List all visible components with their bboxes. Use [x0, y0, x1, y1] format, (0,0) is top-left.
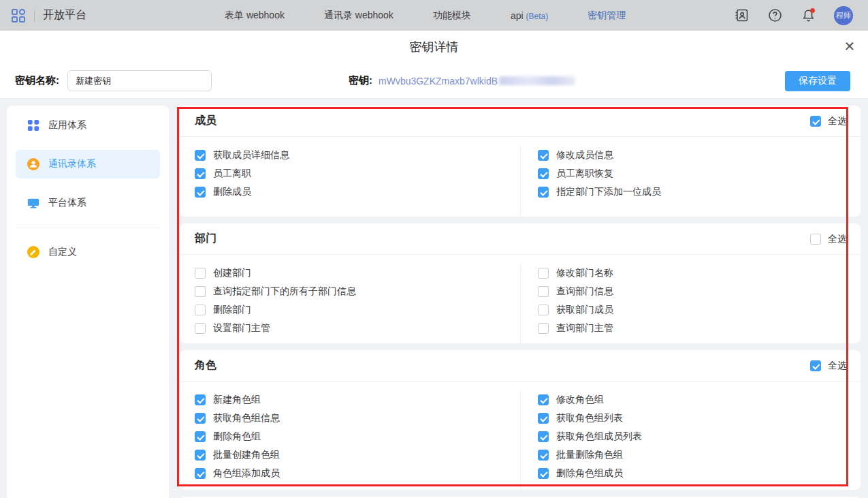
sidebar-item-label: 通讯录体系	[48, 158, 96, 170]
permission-checkbox[interactable]	[195, 323, 206, 334]
key-detail-modal: 密钥详情 ✕ 密钥名称: 密钥: mWvbu3GZKZmaxb7wlkidB 保…	[0, 31, 868, 498]
permission-checkbox[interactable]	[538, 150, 549, 161]
permission-checkbox[interactable]	[538, 268, 549, 279]
permission-item[interactable]: 新建角色组	[195, 390, 520, 409]
permission-item[interactable]: 角色组添加成员	[195, 464, 520, 482]
permission-checkbox[interactable]	[195, 187, 206, 198]
sidebar: 应用体系 通讯录体系	[7, 106, 169, 498]
permission-checkbox[interactable]	[195, 413, 206, 424]
select-all-checkbox[interactable]	[810, 116, 821, 127]
right-column: 修改成员信息 员工离职恢复 指定部门下添加一位成员	[521, 146, 861, 217]
permission-item[interactable]: 删除角色组成员	[538, 464, 861, 482]
permission-label: 获取成员详细信息	[213, 149, 289, 161]
sidebar-item-contacts-system[interactable]: 通讯录体系	[16, 150, 160, 178]
permission-item[interactable]: 删除角色组	[195, 427, 520, 446]
permission-checkbox[interactable]	[538, 323, 549, 334]
save-settings-button[interactable]: 保存设置	[785, 71, 850, 91]
key-value-redacted	[499, 76, 575, 85]
permission-item[interactable]: 修改部门名称	[538, 264, 861, 282]
notification-bell-icon[interactable]	[801, 8, 816, 23]
permission-item[interactable]: 创建部门	[195, 264, 520, 282]
section-body: 创建部门 查询指定部门下的所有子部门信息 删除部门 设置部门主管	[180, 255, 861, 343]
permission-label: 删除部门	[213, 304, 251, 316]
permission-label: 删除角色组成员	[556, 467, 623, 480]
nav-item-modules[interactable]: 功能模块	[433, 10, 471, 22]
permission-item[interactable]: 查询部门信息	[538, 282, 861, 300]
permission-panel: 成员 全选 获取成员详细信息 员工离职	[180, 106, 861, 498]
permission-checkbox[interactable]	[195, 268, 206, 279]
nav-item-form-webhook[interactable]: 表单 webhook	[225, 10, 285, 22]
permission-item[interactable]: 员工离职	[195, 164, 520, 183]
permission-item[interactable]: 查询部门主管	[538, 319, 861, 337]
permission-item[interactable]: 批量创建角色组	[195, 446, 520, 464]
platform-logo-group[interactable]: 开放平台	[0, 8, 86, 23]
permission-label: 角色组添加成员	[213, 467, 280, 480]
permission-item[interactable]: 获取角色组成员列表	[538, 427, 861, 446]
key-form-row: 密钥名称: 密钥: mWvbu3GZKZmaxb7wlkidB 保存设置	[0, 63, 868, 99]
nav-api-label: api	[511, 10, 524, 21]
sidebar-item-app-system[interactable]: 应用体系	[16, 111, 160, 140]
permission-checkbox[interactable]	[195, 150, 206, 161]
permission-item[interactable]: 指定部门下添加一位成员	[538, 183, 861, 201]
sidebar-item-custom[interactable]: 自定义	[16, 238, 160, 266]
select-all-checkbox[interactable]	[810, 234, 821, 245]
permission-label: 新建角色组	[213, 394, 261, 406]
permission-item[interactable]: 修改角色组	[538, 390, 861, 409]
permission-item[interactable]: 员工离职恢复	[538, 164, 861, 183]
permission-checkbox[interactable]	[538, 468, 549, 479]
user-avatar[interactable]: 程师	[834, 6, 853, 25]
close-icon[interactable]: ✕	[843, 40, 856, 53]
permission-item[interactable]: 批量删除角色组	[538, 446, 861, 464]
top-nav-bar: 开放平台 表单 webhook 通讯录 webhook 功能模块 api(Bet…	[0, 0, 868, 31]
permission-item[interactable]: 查询指定部门下的所有子部门信息	[195, 282, 520, 300]
permission-checkbox[interactable]	[538, 413, 549, 424]
permission-checkbox[interactable]	[195, 450, 206, 461]
permission-checkbox[interactable]	[195, 305, 206, 315]
permission-item[interactable]: 获取角色组信息	[195, 409, 520, 427]
permission-checkbox[interactable]	[538, 450, 549, 461]
permission-checkbox[interactable]	[195, 394, 206, 405]
section-header: 角色 全选	[180, 350, 861, 382]
permission-item[interactable]: 修改成员信息	[538, 146, 861, 164]
select-all-departments[interactable]: 全选	[810, 233, 847, 245]
select-all-checkbox[interactable]	[810, 360, 821, 371]
permission-checkbox[interactable]	[538, 286, 549, 297]
permission-item[interactable]: 获取角色组列表	[538, 409, 861, 427]
permission-checkbox[interactable]	[538, 168, 549, 179]
sidebar-item-label: 平台体系	[48, 197, 86, 209]
permission-checkbox[interactable]	[195, 168, 206, 179]
help-icon[interactable]	[767, 8, 782, 23]
right-column: 修改部门名称 查询部门信息 获取部门成员 查询部门主管	[521, 264, 861, 343]
section-header: 部门 全选	[180, 223, 861, 255]
select-all-members[interactable]: 全选	[810, 115, 847, 127]
nav-item-key-management[interactable]: 密钥管理	[588, 10, 626, 22]
main-nav: 表单 webhook 通讯录 webhook 功能模块 api(Beta) 密钥…	[225, 10, 665, 22]
left-column: 获取成员详细信息 员工离职 删除成员	[180, 146, 521, 217]
key-label: 密钥:	[349, 74, 372, 87]
address-book-icon[interactable]	[734, 8, 749, 23]
nav-item-contacts-webhook[interactable]: 通讯录 webhook	[324, 10, 393, 22]
permission-checkbox[interactable]	[195, 468, 206, 479]
key-name-input[interactable]	[67, 70, 212, 91]
platform-title: 开放平台	[43, 8, 86, 22]
permission-checkbox[interactable]	[538, 187, 549, 198]
section-roles: 角色 全选 新建角色组 获取角色组信息	[180, 350, 861, 490]
section-title: 部门	[195, 232, 216, 246]
permission-item[interactable]: 获取成员详细信息	[195, 146, 520, 164]
sidebar-divider	[16, 228, 160, 228]
permission-checkbox[interactable]	[538, 305, 549, 315]
section-title: 角色	[195, 358, 216, 373]
permission-item[interactable]: 获取部门成员	[538, 300, 861, 319]
permission-checkbox[interactable]	[538, 431, 549, 442]
permission-item[interactable]: 删除部门	[195, 300, 520, 319]
permission-label: 获取角色组信息	[213, 412, 280, 424]
key-value-visible: mWvbu3GZKZmaxb7wlkidB	[379, 76, 498, 87]
sidebar-item-platform-system[interactable]: 平台体系	[16, 189, 160, 217]
select-all-roles[interactable]: 全选	[810, 360, 847, 372]
permission-checkbox[interactable]	[195, 431, 206, 442]
permission-item[interactable]: 删除成员	[195, 183, 520, 201]
permission-checkbox[interactable]	[538, 394, 549, 405]
permission-checkbox[interactable]	[195, 286, 206, 297]
nav-item-api[interactable]: api(Beta)	[511, 10, 548, 21]
permission-item[interactable]: 设置部门主管	[195, 319, 520, 337]
